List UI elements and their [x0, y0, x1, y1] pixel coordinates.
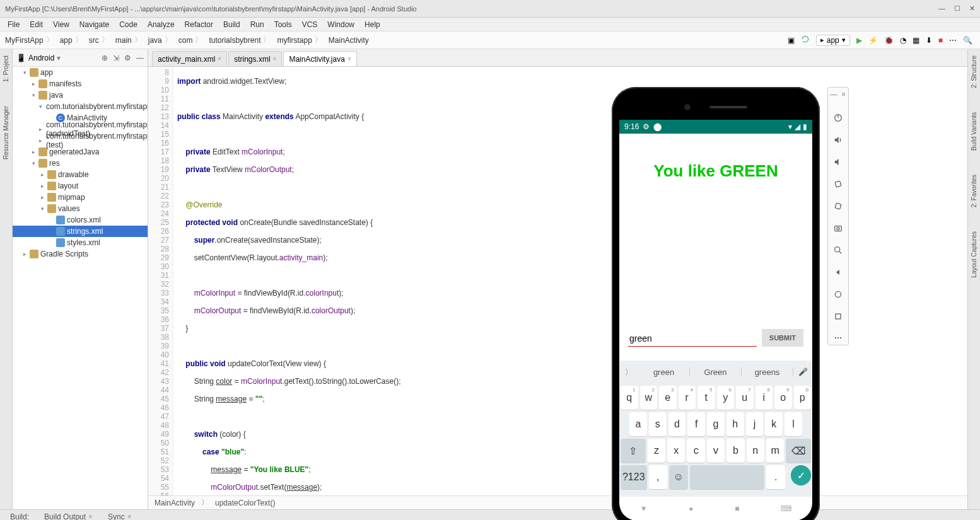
screenshot-icon[interactable]	[833, 223, 843, 235]
expand-icon[interactable]: 〉	[619, 367, 638, 378]
key-comma[interactable]: ,	[649, 465, 668, 489]
key-w[interactable]: w2	[640, 386, 658, 410]
key-u[interactable]: u7	[736, 386, 754, 410]
nav-home-icon[interactable]: ●	[689, 504, 693, 513]
breadcrumb[interactable]: app〉	[57, 33, 86, 47]
minimize-icon[interactable]: —	[938, 4, 945, 13]
tool-tab-favorites[interactable]: 2: Favorites	[971, 172, 977, 210]
key-symbols[interactable]: ?123	[621, 465, 647, 489]
key-f[interactable]: f	[687, 412, 705, 436]
menu-analyze[interactable]: Analyze	[144, 19, 178, 30]
apply-changes-icon[interactable]: ⚡	[868, 36, 878, 45]
tab-close-icon[interactable]: ×	[347, 55, 351, 62]
stop-icon[interactable]: ■	[938, 36, 943, 45]
key-m[interactable]: m	[766, 439, 784, 463]
tree-node-drawable[interactable]: ▸drawable	[13, 169, 148, 180]
tree-node-pkg[interactable]: ▸com.tutorialsbybrent.myfirstapp (test)	[13, 135, 148, 146]
breadcrumb[interactable]: myfirstapp〉	[274, 33, 325, 47]
key-x[interactable]: x	[667, 439, 685, 463]
more-icon[interactable]: ⋯	[949, 36, 957, 45]
menu-code[interactable]: Code	[115, 19, 141, 30]
tree-node-res[interactable]: ▾res	[13, 158, 148, 169]
key-q[interactable]: q1	[621, 386, 638, 410]
nav-back-icon[interactable]: ▼	[640, 504, 648, 513]
suggestion[interactable]: greens	[742, 367, 793, 377]
zoom-icon[interactable]	[833, 245, 843, 257]
volume-down-icon[interactable]	[833, 157, 843, 169]
key-o[interactable]: o9	[774, 386, 792, 410]
tree-node-app[interactable]: ▾app	[13, 67, 148, 78]
key-d[interactable]: d	[668, 412, 686, 436]
breadcrumb[interactable]: java〉	[146, 33, 176, 47]
key-i[interactable]: i8	[755, 386, 773, 410]
breadcrumb[interactable]: src〉	[86, 33, 113, 47]
avd-manager-icon[interactable]: ▦	[913, 36, 919, 45]
tree-node-layout[interactable]: ▸layout	[13, 180, 148, 192]
rotate-left-icon[interactable]	[833, 179, 843, 191]
menu-help[interactable]: Help	[361, 19, 384, 30]
nav-recent-icon[interactable]: ■	[735, 504, 739, 513]
key-a[interactable]: a	[629, 412, 647, 436]
key-g[interactable]: g	[707, 412, 725, 436]
tool-tab-project[interactable]: 1: Project	[3, 53, 9, 84]
emu-minimize-icon[interactable]: —	[830, 90, 837, 100]
key-l[interactable]: l	[785, 412, 802, 436]
key-period[interactable]: .	[766, 465, 785, 489]
tree-node-strings[interactable]: strings.xml	[13, 226, 148, 237]
crumb-class[interactable]: MainActivity	[155, 499, 195, 507]
tree-node-colors[interactable]: colors.xml	[13, 214, 148, 226]
breadcrumb[interactable]: main〉	[113, 33, 146, 47]
key-z[interactable]: z	[648, 439, 665, 463]
menu-vcs[interactable]: VCS	[298, 19, 322, 30]
tool-tab-structure[interactable]: 2: Structure	[971, 53, 977, 91]
mic-icon[interactable]: 🎤	[793, 367, 812, 376]
tree-node-manifests[interactable]: ▸manifests	[13, 78, 148, 90]
key-b[interactable]: b	[726, 439, 744, 463]
run-config-dropdown[interactable]: ▸ app ▾	[816, 35, 850, 46]
key-n[interactable]: n	[747, 439, 764, 463]
overview-icon[interactable]	[833, 311, 843, 323]
sync-icon[interactable]	[801, 35, 810, 45]
hide-icon[interactable]: —	[136, 54, 144, 62]
build-output-tab[interactable]: Build Output×	[39, 511, 98, 521]
menu-run[interactable]: Run	[247, 19, 268, 30]
search-icon[interactable]: 🔍	[963, 36, 972, 45]
tree-node-gradle[interactable]: ▸Gradle Scripts	[13, 248, 148, 260]
editor-tab[interactable]: MainActivity.java×	[283, 51, 356, 66]
tab-close-icon[interactable]: ×	[273, 55, 277, 62]
key-r[interactable]: r4	[679, 386, 696, 410]
tree-node-styles[interactable]: styles.xml	[13, 237, 148, 248]
color-input[interactable]	[628, 331, 757, 347]
attach-debugger-icon[interactable]: ▣	[788, 36, 795, 45]
submit-button[interactable]: SUBMIT	[762, 329, 803, 347]
tree-node-pkg[interactable]: ▾com.tutorialsbybrent.myfirstapp	[13, 101, 148, 112]
key-v[interactable]: v	[707, 439, 725, 463]
target-icon[interactable]: ⊕	[102, 54, 108, 62]
editor-tab[interactable]: strings.xml×	[228, 51, 282, 66]
key-k[interactable]: k	[765, 412, 783, 436]
menu-navigate[interactable]: Navigate	[76, 19, 113, 30]
menu-window[interactable]: Window	[324, 19, 358, 30]
breadcrumb[interactable]: tutorialsbybrent〉	[206, 33, 274, 47]
run-icon[interactable]: ▶	[856, 36, 862, 45]
key-t[interactable]: t5	[697, 386, 715, 410]
tree-node-java[interactable]: ▾java	[13, 90, 148, 101]
more-icon[interactable]: ⋯	[834, 333, 842, 342]
key-h[interactable]: h	[726, 412, 744, 436]
tool-tab-captures[interactable]: Layout Captures	[971, 229, 977, 280]
key-enter[interactable]: ✓	[791, 465, 811, 485]
project-view-label[interactable]: Android	[28, 54, 54, 62]
menu-build[interactable]: Build	[219, 19, 244, 30]
key-p[interactable]: p0	[794, 386, 812, 410]
menu-edit[interactable]: Edit	[26, 19, 47, 30]
key-backspace[interactable]: ⌫	[786, 439, 811, 463]
debug-icon[interactable]: 🐞	[884, 36, 894, 45]
tree-node-mipmap[interactable]: ▸mipmap	[13, 192, 148, 203]
emulator-screen[interactable]: 9:16 ⚙ ⬤ ▾◢▮ You like GREEN SUBMIT	[619, 120, 812, 520]
close-icon[interactable]: ✕	[969, 4, 975, 13]
maximize-icon[interactable]: ☐	[954, 4, 960, 13]
home-icon[interactable]	[833, 289, 843, 301]
sdk-manager-icon[interactable]: ⬇	[926, 36, 932, 45]
profile-icon[interactable]: ◔	[900, 36, 906, 45]
tool-tab-resource[interactable]: Resource Manager	[3, 103, 9, 162]
